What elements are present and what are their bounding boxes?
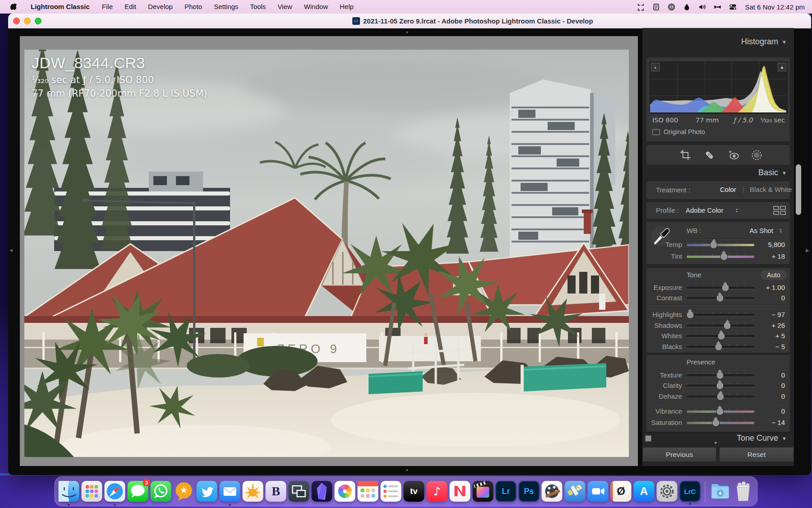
dock-finder-icon[interactable] — [59, 481, 79, 502]
display-arrows-icon[interactable] — [634, 2, 647, 12]
dehaze-slider-knob[interactable] — [717, 393, 724, 401]
zoom-button[interactable] — [35, 18, 42, 24]
saturation-slider-value[interactable]: − 14 — [747, 419, 785, 426]
histogram-graph[interactable]: ▲ ▲ — [650, 61, 788, 114]
ink-drop-icon[interactable] — [680, 2, 693, 12]
highlights-slider-value[interactable]: − 97 — [747, 311, 785, 318]
one-password-icon[interactable] — [664, 2, 678, 12]
shadows-slider-knob[interactable] — [724, 322, 731, 330]
contrast-slider-knob[interactable] — [716, 294, 724, 302]
profile-dropdown-arrows[interactable] — [735, 208, 738, 213]
notes-icon[interactable] — [649, 2, 663, 12]
texture-slider[interactable] — [687, 374, 754, 377]
menu-window[interactable]: Window — [298, 0, 334, 14]
dock-palette-app-icon[interactable] — [542, 481, 563, 502]
dock-screen-mirroring-icon[interactable] — [289, 481, 309, 502]
bowtie-icon[interactable] — [710, 2, 724, 12]
exposure-slider-value[interactable]: + 1.00 — [747, 284, 785, 291]
shadow-clipping-indicator[interactable]: ▲ — [651, 63, 660, 71]
menu-help[interactable]: Help — [334, 0, 360, 14]
dock-final-cut-pro-icon[interactable] — [473, 481, 494, 502]
exposure-slider[interactable] — [687, 287, 754, 289]
blacks-slider-value[interactable]: − 5 — [747, 343, 785, 350]
blacks-slider[interactable] — [687, 346, 754, 348]
dock-twitter-icon[interactable] — [197, 481, 217, 502]
apple-menu-icon[interactable] — [10, 3, 18, 11]
dock-star-chat-icon[interactable]: ★ — [174, 481, 194, 502]
dock-photoshop-icon[interactable]: Ps — [519, 481, 540, 502]
profile-browser-icon[interactable] — [773, 206, 786, 215]
title-bar[interactable]: Lr 2021-11-05 Zero 9.lrcat - Adobe Photo… — [8, 14, 811, 28]
menu-edit[interactable]: Edit — [119, 0, 142, 14]
original-photo-checkbox[interactable] — [652, 129, 660, 135]
crop-tool-icon[interactable] — [678, 148, 692, 162]
clarity-slider[interactable] — [687, 385, 754, 387]
temp-slider[interactable] — [687, 244, 754, 246]
previous-button[interactable]: Previous — [642, 447, 716, 462]
auto-button[interactable]: Auto — [761, 270, 787, 280]
treatment-color-option[interactable]: Color — [720, 186, 736, 193]
filmstrip-collapse-arrow[interactable]: ▲ — [405, 468, 409, 472]
dock-photos-icon[interactable] — [335, 481, 355, 502]
dock-lightroom-icon[interactable]: Lr — [496, 481, 517, 502]
highlight-clipping-indicator[interactable]: ▲ — [778, 63, 786, 71]
menu-photo[interactable]: Photo — [179, 0, 208, 14]
highlights-slider-knob[interactable] — [686, 311, 694, 319]
clarity-slider-knob[interactable] — [716, 382, 724, 390]
blacks-slider-knob[interactable] — [715, 343, 722, 351]
whites-slider[interactable] — [687, 335, 754, 337]
tint-slider-value[interactable]: + 18 — [747, 252, 785, 260]
red-eye-tool-icon[interactable] — [727, 148, 740, 162]
exposure-slider-knob[interactable] — [721, 284, 729, 292]
masking-tool-icon[interactable] — [750, 148, 763, 162]
whites-slider-knob[interactable] — [717, 332, 725, 340]
close-button[interactable] — [13, 18, 20, 24]
menu-file[interactable]: File — [96, 0, 119, 14]
dock-music-icon[interactable]: ♪ — [427, 481, 448, 502]
contrast-slider-value[interactable]: 0 — [747, 294, 785, 302]
left-panel-collapse-arrow[interactable]: ◀ — [9, 248, 13, 252]
tint-slider[interactable] — [687, 256, 754, 258]
dehaze-slider-value[interactable]: 0 — [747, 392, 785, 400]
tone-curve-panel-toggle[interactable] — [645, 435, 651, 442]
tone-curve-header[interactable]: Tone Curve▼ — [737, 433, 787, 443]
clarity-slider-value[interactable]: 0 — [747, 382, 785, 389]
right-panel-collapse-arrow[interactable]: ▶ — [806, 248, 809, 252]
dock-mail-icon[interactable] — [220, 481, 240, 502]
dock-bear-icon[interactable]: B — [266, 481, 286, 502]
photo-canvas[interactable]: ZERO 9 — [24, 50, 629, 457]
dock-downloads-icon[interactable] — [710, 481, 731, 502]
temp-slider-value[interactable]: 5,800 — [747, 241, 785, 248]
dock-launchpad-icon[interactable] — [82, 481, 102, 502]
panel-resize-caret[interactable]: ▼ — [714, 441, 718, 445]
tint-slider-knob[interactable] — [720, 253, 728, 261]
top-panel-collapse-arrow[interactable]: ▼ — [405, 31, 409, 35]
dehaze-slider[interactable] — [687, 396, 754, 398]
dock-system-preferences-icon[interactable] — [657, 481, 678, 502]
dock-messages-icon[interactable]: 3 — [128, 481, 148, 502]
vibrance-slider-knob[interactable] — [716, 408, 724, 415]
dock-zoom-icon[interactable] — [588, 481, 609, 502]
control-center-icon[interactable] — [726, 2, 739, 12]
menu-view[interactable]: View — [272, 0, 298, 14]
histogram-header[interactable]: Histogram▼ — [741, 37, 787, 47]
profile-value[interactable]: Adobe Color — [686, 206, 723, 214]
dock-lightroom-classic-icon[interactable]: LrC — [680, 481, 701, 502]
menu-clock[interactable]: Sat 6 Nov 12:42 pm — [745, 3, 805, 11]
reset-button[interactable]: Reset — [719, 447, 794, 462]
dock-news-icon[interactable] — [450, 481, 471, 502]
menu-app-name[interactable]: Lightroom Classic — [24, 0, 96, 14]
treatment-bw-option[interactable]: Black & White — [750, 186, 792, 193]
dock-apple-tv-icon[interactable]: tv — [404, 481, 424, 502]
menu-settings[interactable]: Settings — [208, 0, 244, 14]
minimize-button[interactable] — [24, 18, 31, 24]
texture-slider-value[interactable]: 0 — [747, 371, 785, 379]
dock-obsidian-icon[interactable] — [312, 481, 332, 502]
dock-trash-icon[interactable] — [733, 481, 754, 502]
dock-satellite-app-icon[interactable] — [565, 481, 586, 502]
healing-tool-icon[interactable] — [702, 148, 716, 162]
dock-sun-journal-icon[interactable] — [243, 481, 263, 502]
panel-scrollbar[interactable] — [796, 164, 801, 215]
wb-value[interactable]: As Shot — [749, 227, 773, 234]
texture-slider-knob[interactable] — [716, 372, 724, 379]
